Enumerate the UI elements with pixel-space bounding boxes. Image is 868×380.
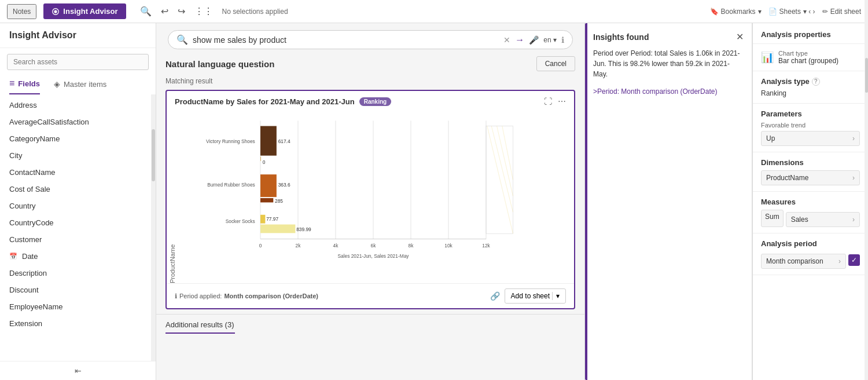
calendar-icon: 📅 bbox=[9, 253, 17, 260]
ranking-badge: Ranking bbox=[359, 97, 391, 106]
svg-text:10k: 10k bbox=[444, 243, 453, 249]
svg-line-19 bbox=[502, 126, 513, 180]
analysis-period-section: Analysis period Month comparison › ✓ bbox=[753, 233, 868, 275]
search-icon-btn[interactable]: 🔍 bbox=[138, 5, 154, 18]
chart-footer-actions: 🔗 Add to sheet ▾ bbox=[490, 288, 566, 304]
svg-point-1 bbox=[54, 10, 57, 13]
fields-tab[interactable]: Fields bbox=[18, 79, 40, 88]
bookmarks-button[interactable]: 🔖 Bookmarks ▾ bbox=[710, 8, 762, 16]
insight-advisor-tab[interactable]: Insight Advisor bbox=[43, 3, 126, 19]
measures-sales-dropdown[interactable]: Sales › bbox=[786, 212, 860, 227]
chart-content: 617.4 0 363.6 285 77.97 bbox=[178, 109, 574, 283]
svg-line-18 bbox=[497, 126, 513, 196]
search-clear-icon[interactable]: ✕ bbox=[503, 35, 510, 45]
chart-header: ProductName by Sales for 2021-May and 20… bbox=[167, 91, 574, 109]
period-label: Period applied: bbox=[179, 293, 222, 299]
insights-period-link[interactable]: >Period: Month comparison (OrderDate) bbox=[593, 87, 744, 96]
field-item-extension[interactable]: Extension bbox=[0, 315, 151, 332]
bar-burned-may bbox=[260, 198, 273, 202]
chart-header-icons: ⛶ ⋯ bbox=[544, 97, 566, 106]
right-panel-scrollbar[interactable] bbox=[865, 23, 868, 380]
chart-title: ProductName by Sales for 2021-May and 20… bbox=[175, 97, 355, 106]
add-to-sheet-button[interactable]: Add to sheet ▾ bbox=[505, 288, 566, 304]
favorable-trend-value: Up bbox=[766, 134, 775, 142]
undo-btn[interactable]: ↩ bbox=[159, 5, 171, 18]
main-layout: Insight Advisor ≡ Fields ◈ Master items … bbox=[0, 23, 868, 380]
add-sheet-dropdown-icon[interactable]: ▾ bbox=[552, 292, 560, 300]
insights-header: Insights found ✕ bbox=[593, 31, 744, 42]
insights-title: Insights found bbox=[593, 32, 649, 42]
field-item-category[interactable]: CategoryName bbox=[0, 130, 151, 147]
insights-accent-bar bbox=[585, 23, 587, 380]
cancel-button[interactable]: Cancel bbox=[536, 56, 575, 71]
fields-section: ≡ Fields ◈ Master items Address AverageC… bbox=[0, 48, 156, 361]
svg-text:2k: 2k bbox=[296, 243, 301, 249]
analysis-period-dropdown[interactable]: Month comparison › bbox=[761, 254, 846, 269]
edit-sheet-button[interactable]: ✏ Edit sheet bbox=[822, 8, 861, 16]
svg-text:Burned Rubber Shoes: Burned Rubber Shoes bbox=[207, 182, 255, 188]
dimensions-title: Dimensions bbox=[761, 158, 860, 167]
y-axis-label: ProductName bbox=[167, 109, 178, 283]
field-item-city[interactable]: City bbox=[0, 147, 151, 164]
grid-btn[interactable]: ⋮⋮ bbox=[192, 5, 215, 18]
measures-sum-tag: Sum bbox=[761, 210, 784, 227]
chart-footer: ℹ Period applied: Month comparison (Orde… bbox=[167, 283, 574, 308]
microphone-icon[interactable]: 🎤 bbox=[529, 35, 539, 45]
chart-card: ProductName by Sales for 2021-May and 20… bbox=[165, 90, 575, 309]
additional-results: Additional results (3) bbox=[156, 314, 584, 334]
topbar-right: 🔖 Bookmarks ▾ 📄 Sheets ▾ ‹ › ✏ Edit shee… bbox=[710, 8, 861, 16]
topbar-icons: 🔍 ↩ ↪ ⋮⋮ bbox=[138, 5, 215, 18]
field-item-avgcall[interactable]: AverageCallSatisfaction bbox=[0, 114, 151, 130]
svg-text:77.97: 77.97 bbox=[266, 216, 278, 222]
info-icon[interactable]: ℹ bbox=[561, 35, 564, 45]
svg-line-17 bbox=[491, 126, 513, 213]
chart-type-value: Bar chart (grouped) bbox=[778, 57, 838, 65]
field-item-country[interactable]: Country bbox=[0, 198, 151, 214]
field-item-costofsale[interactable]: Cost of Sale bbox=[0, 181, 151, 198]
chart-type-section: 📊 Chart type Bar chart (grouped) bbox=[753, 44, 868, 71]
field-item-customer[interactable]: Customer bbox=[0, 231, 151, 248]
field-list-scrollbar[interactable] bbox=[151, 94, 156, 361]
field-item-date[interactable]: 📅 Date bbox=[0, 248, 151, 265]
svg-text:6k: 6k bbox=[371, 243, 377, 249]
insights-text: Period over Period: total Sales is 1.06k… bbox=[593, 48, 744, 79]
additional-results-underline bbox=[165, 332, 235, 334]
more-options-icon[interactable]: ⋯ bbox=[558, 97, 566, 106]
parameters-section: Parameters Favorable trend Up › bbox=[753, 104, 868, 152]
field-list: Address AverageCallSatisfaction Category… bbox=[0, 94, 151, 361]
bar-chart-icon: 📊 bbox=[761, 51, 774, 64]
bar-chart-svg: 617.4 0 363.6 285 77.97 bbox=[178, 115, 568, 266]
svg-text:Sales 2021-Jun, Sales 2021-May: Sales 2021-Jun, Sales 2021-May bbox=[338, 253, 410, 259]
search-submit-icon[interactable]: → bbox=[515, 35, 524, 45]
analysis-type-info-icon: ? bbox=[812, 78, 820, 86]
field-item-address[interactable]: Address bbox=[0, 97, 151, 114]
right-scroll-thumb bbox=[865, 58, 868, 93]
search-assets-input[interactable] bbox=[7, 54, 149, 70]
bar-burned-jun bbox=[260, 174, 277, 197]
bar-victory-may bbox=[260, 157, 261, 161]
analysis-period-check[interactable]: ✓ bbox=[848, 254, 860, 266]
field-item-contact[interactable]: ContactName bbox=[0, 164, 151, 181]
redo-btn[interactable]: ↪ bbox=[175, 5, 187, 18]
expand-icon[interactable]: ⛶ bbox=[544, 97, 552, 106]
field-item-countrycode[interactable]: CountryCode bbox=[0, 214, 151, 231]
field-item-employee[interactable]: EmployeeName bbox=[0, 298, 151, 315]
panel-title: Insight Advisor bbox=[9, 30, 146, 48]
sheets-button[interactable]: 📄 Sheets ▾ ‹ › bbox=[768, 8, 815, 16]
notes-button[interactable]: Notes bbox=[7, 4, 36, 19]
bookmark-chart-icon[interactable]: 🔗 bbox=[490, 291, 500, 301]
favorable-trend-dropdown[interactable]: Up › bbox=[761, 131, 860, 146]
insights-close-button[interactable]: ✕ bbox=[736, 31, 744, 42]
analysis-period-value: Month comparison bbox=[766, 257, 823, 265]
chart-period: ℹ Period applied: Month comparison (Orde… bbox=[175, 293, 318, 300]
language-selector[interactable]: en ▾ bbox=[543, 36, 557, 44]
center-panel: 🔍 ✕ → 🎤 en ▾ ℹ Natural language question… bbox=[156, 23, 584, 380]
search-input[interactable] bbox=[193, 35, 499, 45]
field-item-description[interactable]: Description bbox=[0, 265, 151, 282]
scroll-thumb bbox=[152, 129, 155, 181]
dimensions-dropdown[interactable]: ProductName › bbox=[761, 170, 860, 185]
collapse-icon[interactable]: ⇤ bbox=[75, 366, 82, 375]
fields-icon: ≡ bbox=[9, 78, 14, 89]
master-items-tab[interactable]: Master items bbox=[64, 80, 106, 89]
field-item-discount[interactable]: Discount bbox=[0, 282, 151, 298]
